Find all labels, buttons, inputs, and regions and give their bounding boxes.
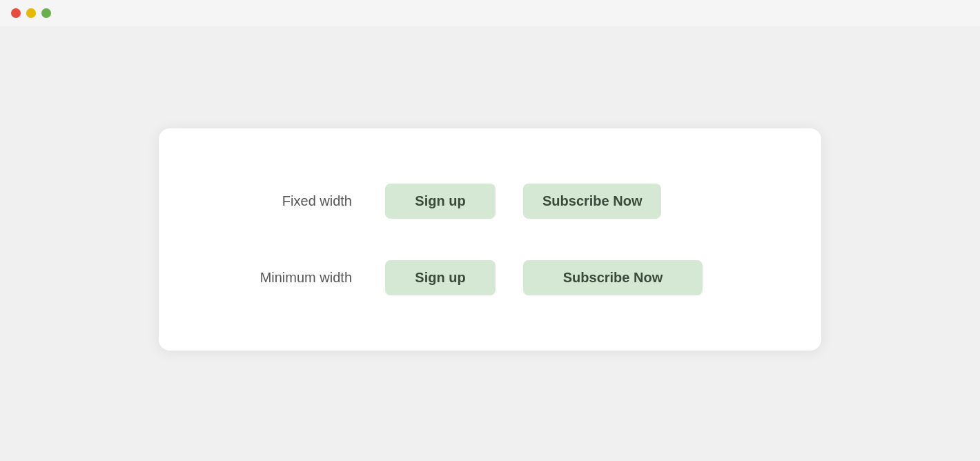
fixed-width-subscribe-button[interactable]: Subscribe Now	[523, 184, 661, 219]
close-button[interactable]	[11, 8, 21, 18]
fixed-width-btn-group: Sign up Subscribe Now	[385, 184, 661, 219]
fixed-width-row: Fixed width Sign up Subscribe Now	[214, 170, 766, 233]
maximize-button[interactable]	[41, 8, 51, 18]
minimize-button[interactable]	[26, 8, 36, 18]
minimum-width-btn-group: Sign up Subscribe Now	[385, 260, 703, 295]
minimum-width-label: Minimum width	[214, 270, 352, 286]
title-bar	[0, 0, 980, 26]
main-content: Fixed width Sign up Subscribe Now Minimu…	[0, 26, 980, 453]
minimum-width-subscribe-button[interactable]: Subscribe Now	[523, 260, 703, 295]
card: Fixed width Sign up Subscribe Now Minimu…	[159, 128, 821, 351]
minimum-width-signup-button[interactable]: Sign up	[385, 260, 496, 295]
minimum-width-row: Minimum width Sign up Subscribe Now	[214, 246, 766, 309]
fixed-width-label: Fixed width	[214, 193, 352, 209]
fixed-width-signup-button[interactable]: Sign up	[385, 184, 496, 219]
